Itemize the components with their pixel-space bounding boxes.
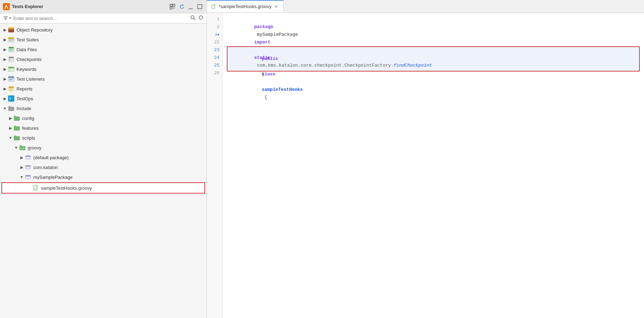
svg-rect-22	[9, 39, 13, 40]
chevron-checkpoints: ▶	[2, 56, 8, 62]
chevron-testops: ▶	[2, 96, 8, 101]
tree-item-test-suites[interactable]: ▶ Test Suites	[0, 35, 206, 45]
chevron-groovy: ▼	[13, 145, 19, 150]
scripts-folder-icon	[13, 134, 20, 141]
test-listeners-label: Test Listeners	[16, 76, 45, 82]
tree-item-com-katalon[interactable]: ▶ com.katalon	[0, 162, 206, 172]
checkpoints-icon	[8, 56, 15, 63]
collapse-all-button[interactable]	[169, 3, 176, 11]
chevron-keywords: ▶	[2, 66, 8, 72]
search-icon[interactable]	[190, 15, 196, 21]
tree-item-keywords[interactable]: ▶ K Keywords	[0, 64, 206, 74]
tests-explorer-panel: Tests Explorer	[0, 0, 207, 318]
code-line-22	[227, 39, 640, 46]
tree-item-groovy[interactable]: ▼ </> groovy	[0, 143, 206, 153]
tree-item-data-files[interactable]: ▶ Data Files	[0, 45, 206, 54]
checkpoints-label: Checkpoints	[16, 57, 42, 62]
svg-rect-29	[9, 57, 14, 58]
tree-item-my-sample-package[interactable]: ▼ mySamplePackage	[0, 172, 206, 182]
line-num-26: 26	[214, 69, 219, 77]
search-icons	[190, 15, 204, 21]
testops-icon: T	[8, 95, 15, 102]
chevron-test-listeners: ▶	[2, 76, 8, 82]
test-listeners-icon	[8, 75, 15, 82]
svg-rect-25	[9, 47, 14, 48]
search-input[interactable]	[13, 16, 189, 21]
code-space2	[262, 79, 265, 84]
chevron-default-package: ▶	[19, 155, 25, 160]
minimize-button[interactable]	[187, 3, 195, 11]
groovy-file-icon: </>	[32, 184, 39, 191]
editor-panel: *sampleTestHooks.groovy ✕ 1 2 3● 22 23 2…	[207, 0, 644, 318]
tree-item-features[interactable]: ▶ features	[0, 123, 206, 133]
svg-rect-8	[198, 5, 202, 9]
code-import-space	[254, 47, 257, 53]
tree-item-test-listeners[interactable]: ▶ Test Listeners	[0, 74, 206, 84]
svg-rect-27	[9, 50, 12, 50]
sync-button[interactable]	[178, 3, 185, 11]
tree-item-reports[interactable]: ▶ Reports	[0, 84, 206, 94]
code-package-name: mySamplePackage	[254, 32, 298, 37]
keywords-icon: K	[8, 66, 15, 73]
editor-area: 1 2 3● 22 23 24 25 26 package mySamplePa…	[207, 13, 644, 318]
svg-rect-21	[8, 38, 14, 39]
tree-item-object-repository[interactable]: ▶ Object Repository	[0, 25, 206, 35]
tab-sample-test-hooks[interactable]: *sampleTestHooks.groovy ✕	[207, 0, 284, 12]
include-folder-icon	[8, 105, 15, 112]
svg-marker-15	[202, 18, 203, 19]
line-num-2: 2	[217, 23, 219, 31]
features-label: features	[22, 126, 39, 131]
tree-container: ▶ Object Repository ▶	[0, 23, 206, 318]
tree-item-include[interactable]: ▼ Include	[0, 103, 206, 113]
code-content[interactable]: package mySamplePackage import static co…	[223, 13, 644, 318]
config-folder-icon	[13, 115, 20, 122]
features-folder-icon	[13, 124, 20, 131]
svg-text:</>: </>	[34, 188, 38, 190]
svg-rect-53	[212, 5, 215, 9]
my-sample-package-label: mySamplePackage	[33, 175, 73, 180]
reports-label: Reports	[16, 86, 33, 92]
testops-label: TestOps	[16, 96, 33, 101]
svg-point-13	[191, 16, 194, 19]
svg-rect-50	[26, 175, 30, 176]
my-sample-package-icon	[25, 174, 32, 181]
tree-item-config[interactable]: ▶ config	[0, 113, 206, 123]
tab-close-button[interactable]: ✕	[273, 4, 279, 9]
tree-item-scripts[interactable]: ▼ scripts	[0, 133, 206, 143]
include-label: Include	[16, 106, 31, 111]
svg-point-19	[9, 28, 13, 29]
svg-rect-48	[26, 165, 30, 167]
default-package-label: (default package)	[33, 155, 68, 160]
svg-rect-0	[3, 3, 10, 10]
line-num-22: 22	[214, 39, 219, 46]
filter-dropdown[interactable]	[3, 15, 12, 21]
tree-item-sample-test-hooks[interactable]: </> sampleTestHooks.groovy	[1, 182, 205, 194]
config-label: config	[22, 116, 34, 121]
fold-icon-3[interactable]: 3●	[215, 31, 219, 39]
refresh-icon[interactable]	[198, 15, 204, 21]
chevron-object-repository: ▶	[2, 27, 8, 33]
chevron-test-suites: ▶	[2, 37, 8, 42]
svg-rect-2	[170, 4, 172, 6]
tree-item-checkpoints[interactable]: ▶ Checkpoints	[0, 54, 206, 64]
object-repository-icon	[8, 26, 15, 33]
svg-text:T: T	[9, 97, 11, 101]
groovy-label: groovy	[28, 145, 41, 150]
svg-rect-32	[8, 67, 14, 68]
svg-text:</>: </>	[20, 147, 25, 150]
tab-bar: *sampleTestHooks.groovy ✕	[207, 0, 644, 13]
tree-item-testops[interactable]: ▶ T TestOps	[0, 94, 206, 103]
scripts-label: scripts	[22, 135, 35, 141]
code-import-path: com.kms.katalon.core.checkpoint.Checkpoi…	[254, 63, 394, 68]
svg-rect-4	[170, 7, 172, 9]
code-space1	[262, 64, 265, 69]
maximize-button[interactable]	[196, 3, 204, 11]
code-method-name: findCheckpoint	[394, 63, 432, 68]
tree-item-default-package[interactable]: ▶ (default package)	[0, 153, 206, 162]
svg-rect-35	[8, 76, 14, 78]
keywords-label: Keywords	[16, 67, 36, 72]
header-icons	[169, 3, 204, 11]
search-bar	[0, 13, 206, 23]
svg-rect-46	[26, 156, 30, 157]
keyword-import: import	[254, 40, 271, 45]
